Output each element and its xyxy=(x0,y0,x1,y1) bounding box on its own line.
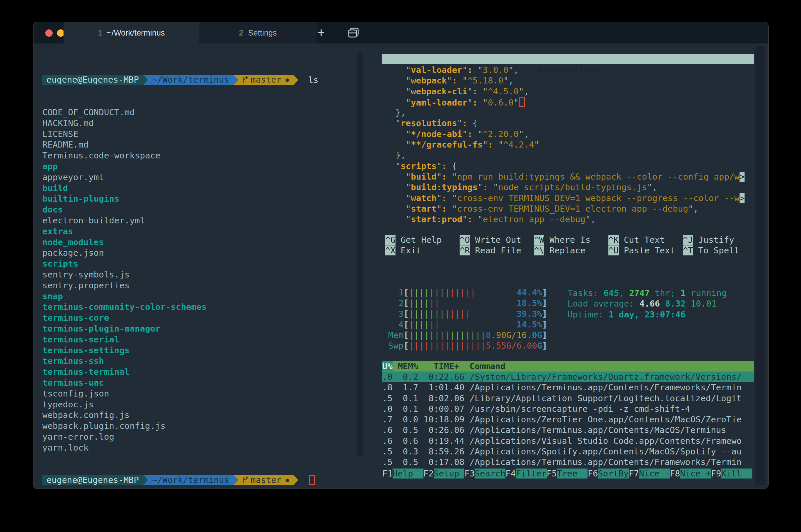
ls-entry-file: yarn-error.log xyxy=(42,432,371,442)
prompt-arrow-icon xyxy=(143,75,148,85)
ls-entry-directory: node_modules xyxy=(42,237,371,248)
terminal-pane-left[interactable]: eugene@Eugenes-MBP~/Work/terminusmaster●… xyxy=(34,43,371,489)
htop-fkey-f9[interactable]: F9Kill xyxy=(711,469,752,478)
fkey-action: Filter xyxy=(516,469,547,478)
cpu-2-meter: 2[|||||| 18.5%] xyxy=(388,298,547,308)
meter-bars: |||| xyxy=(409,320,429,329)
shortcut-key: ^J xyxy=(683,235,693,245)
fkey-number: F8 xyxy=(670,469,680,478)
ls-entry-file: LICENSE xyxy=(42,129,371,139)
ls-entry-file: appveyor.yml xyxy=(42,172,371,183)
fkey-action: Tree xyxy=(557,469,588,478)
ls-entry-directory: build xyxy=(42,183,371,194)
htop-fkey-f3[interactable]: F3Search xyxy=(464,469,505,478)
nano-line: "yaml-loader": "0.6.0" xyxy=(385,97,745,107)
nano-line: "**/graceful-fs": "^4.2.4" xyxy=(385,139,745,150)
shortcut-label: Cut Text xyxy=(624,235,665,245)
left-pane-scrollbar[interactable] xyxy=(357,52,362,457)
htop-fkey-f1[interactable]: F1Help xyxy=(382,469,424,478)
terminal-pane-right[interactable]: package.json GNU nano 4.5 "val-loader": … xyxy=(382,43,754,489)
meter-label: 1 xyxy=(388,287,404,298)
ls-entry-file: webpack.plugin.config.js xyxy=(42,421,371,432)
htop-summary-line: Tasks: 645, 2747 thr; 1 running xyxy=(567,288,727,298)
shortcut-key: ^G xyxy=(385,235,395,245)
htop-summary-line: Load average: 4.66 8.32 10.01 xyxy=(567,298,727,309)
fkey-number: F2 xyxy=(424,469,434,478)
shortcut-label: Get Help xyxy=(400,235,442,245)
tab-settings[interactable]: 2Settings xyxy=(199,22,317,43)
fkey-action: Nice + xyxy=(680,469,711,478)
new-tab-button[interactable]: + xyxy=(315,26,328,39)
htop-fkey-f6[interactable]: F6SortBy xyxy=(588,469,629,478)
sort-column-cpu[interactable]: U% xyxy=(382,361,393,371)
process-row-selected[interactable]: .0 0.2 0:22.66 /System/Library/Framework… xyxy=(382,372,754,382)
nano-line: "resolutions": { xyxy=(385,118,745,129)
ls-entry-directory: snap xyxy=(42,291,371,302)
cpu-1-meter: 1[||||||||||||| 44.4%] xyxy=(388,287,547,298)
tab-title: ~/Work/terminus xyxy=(107,28,165,38)
prompt-segment-git: master● xyxy=(238,75,293,85)
new-window-icon[interactable] xyxy=(348,27,360,39)
ls-entry-directory: terminus-ssh xyxy=(42,356,371,366)
nano-shortcut: ^K Cut Text xyxy=(609,234,683,245)
htop-fkey-f4[interactable]: F4Filter xyxy=(505,469,547,478)
htop-function-key-bar: F1Help F2Setup F3SearchF4FilterF5Tree F6… xyxy=(382,468,754,479)
table-header-columns[interactable]: MEM% TIME+ Command xyxy=(393,361,505,371)
htop-fkey-f8[interactable]: F8Nice + xyxy=(670,469,711,478)
nano-shortcut: ^X Exit xyxy=(385,245,460,256)
fkey-number: F3 xyxy=(464,469,474,478)
process-row[interactable]: .8 1.7 1:01.40 /Applications/Terminus.ap… xyxy=(382,382,754,393)
meter-bars: ||||||||||||||| xyxy=(409,330,486,340)
close-button[interactable] xyxy=(45,30,53,37)
tab-number: 2 xyxy=(239,28,243,38)
nano-titlebar: package.json GNU nano 4.5 xyxy=(382,54,754,64)
process-row[interactable]: .5 0.3 8:59.26 /Applications/Spotify.app… xyxy=(382,446,754,457)
htop-fkey-f2[interactable]: F2Setup xyxy=(424,469,465,478)
htop-fkey-f7[interactable]: F7Nice - xyxy=(629,469,670,478)
process-row[interactable]: .5 0.1 8:02.06 /Library/Application Supp… xyxy=(382,393,754,403)
htop-meters: 1[||||||||||||| 44.4%] 2[|||||| 18.5%] 3… xyxy=(388,287,547,351)
ls-entry-directory: terminus-serial xyxy=(42,334,371,345)
nano-shortcut-row: ^X Exit^R Read File^\ Replace^U Paste Te… xyxy=(385,245,757,256)
tab-strip: 1~/Work/terminus2Settings xyxy=(63,22,317,43)
ls-entry-file: HACKING.md xyxy=(42,118,371,129)
process-row[interactable]: .6 0.5 0:26.06 /Applications/Terminus.ap… xyxy=(382,425,754,435)
ls-entry-directory: scripts xyxy=(42,258,371,269)
process-row[interactable]: .5 0.5 0:17.08 /Applications/Terminus.ap… xyxy=(382,457,754,467)
meter-label: 2 xyxy=(388,298,404,308)
meter-bars: ||||| xyxy=(450,287,476,298)
nano-shortcut: ^T To Spell xyxy=(683,245,757,256)
ls-entry-file: sentry-symbols.js xyxy=(42,269,371,280)
nano-line: }, xyxy=(385,107,745,118)
cpu-4-meter: 4[|||||| 14.5%] xyxy=(388,319,547,330)
tab-bar: 1~/Work/terminus2Settings + IOIOI xyxy=(34,22,768,43)
process-row[interactable]: .0 0.1 0:00.07 /usr/sbin/screencapture -… xyxy=(382,403,754,414)
terminal-cursor[interactable] xyxy=(309,475,315,485)
process-row[interactable]: .6 0.6 0:19.44 /Applications/Visual Stud… xyxy=(382,436,754,446)
htop-fkey-f5[interactable]: F5Tree xyxy=(547,469,588,478)
shortcut-key: ^T xyxy=(683,245,693,255)
prompt-segment-directory: ~/Work/terminus xyxy=(148,475,233,485)
cpu-3-meter: 3[|||||||||||| 39.3%] xyxy=(388,309,547,319)
tab-number: 1 xyxy=(98,28,102,38)
shortcut-label: To Spell xyxy=(698,245,739,255)
right-pane-scrollbar[interactable] xyxy=(756,46,765,485)
nano-line: "build:typings": "node scripts/build-typ… xyxy=(385,182,745,192)
nano-shortcut: ^W Where Is xyxy=(534,234,609,245)
prompt-segment-directory: ~/Work/terminus xyxy=(148,75,233,85)
htop-table-header[interactable]: U% MEM% TIME+ Command xyxy=(382,361,754,372)
prompt-arrow-icon xyxy=(293,75,298,85)
nano-line: "val-loader": "3.0.0", xyxy=(385,65,745,75)
process-row[interactable]: .7 0.0 10:18.09 /Applications/ZeroTier O… xyxy=(382,414,754,425)
fkey-action: Search xyxy=(474,469,505,478)
shortcut-key: ^U xyxy=(609,245,619,255)
shortcut-key: ^\ xyxy=(534,245,544,255)
tab--work-terminus[interactable]: 1~/Work/terminus xyxy=(63,22,199,43)
meter-bars: |||||||| xyxy=(409,309,450,319)
ls-entry-file: CODE_OF_CONDUCT.md xyxy=(42,107,371,118)
ls-entry-directory: terminus-terminal xyxy=(42,366,371,377)
fkey-action: SortBy xyxy=(598,469,629,478)
nano-shortcut-row: ^G Get Help^O Write Out^W Where Is^K Cut… xyxy=(385,234,757,245)
ls-entry-file: Terminus.code-workspace xyxy=(42,150,371,161)
ls-entry-file: electron-builder.yml xyxy=(42,215,371,226)
